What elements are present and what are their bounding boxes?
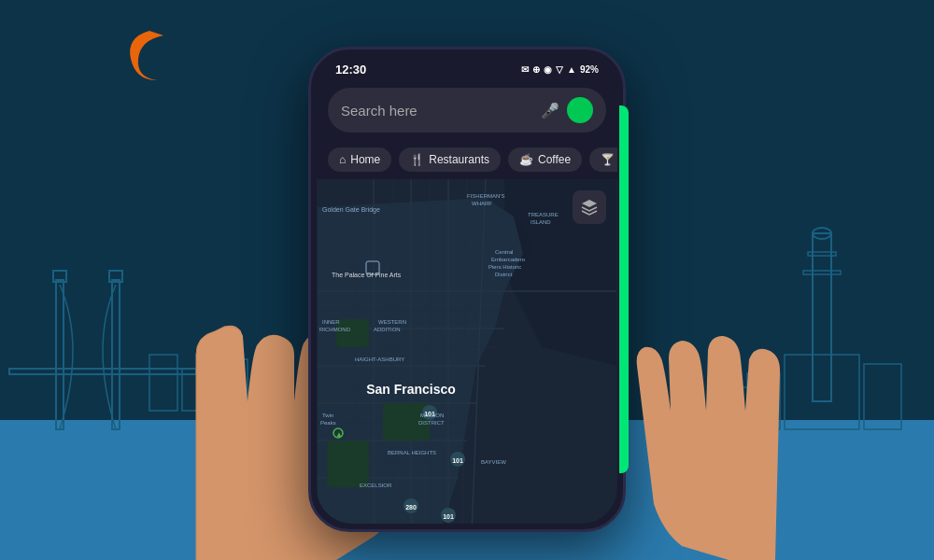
phone-accent	[619, 105, 629, 473]
svg-rect-0	[56, 280, 64, 429]
moon-icon	[121, 26, 182, 87]
bars-icon: 🍸	[601, 153, 615, 166]
search-bar[interactable]: Search here 🎤	[328, 88, 606, 133]
search-placeholder: Search here	[341, 103, 533, 119]
svg-rect-1	[112, 280, 120, 429]
svg-text:FISHERMAN'S: FISHERMAN'S	[467, 193, 504, 199]
svg-text:101: 101	[443, 513, 454, 520]
svg-text:Piers Historic: Piers Historic	[488, 264, 521, 270]
svg-text:ISLAND: ISLAND	[531, 219, 551, 225]
chip-coffee-label: Coffee	[538, 153, 571, 166]
chip-home[interactable]: ⌂ Home	[328, 147, 391, 172]
svg-text:The Palace Of Fine Arts: The Palace Of Fine Arts	[332, 272, 402, 278]
svg-rect-38	[336, 319, 369, 347]
battery-text: 92%	[580, 64, 599, 75]
svg-text:TREASURE: TREASURE	[528, 212, 559, 217]
chip-coffee[interactable]: ☕ Coffee	[508, 147, 582, 172]
coffee-icon: ☕	[519, 153, 533, 166]
svg-text:Central: Central	[495, 249, 513, 255]
svg-text:RICHMOND: RICHMOND	[319, 327, 351, 332]
microphone-icon[interactable]: 🎤	[541, 102, 559, 119]
chip-restaurants-label: Restaurants	[429, 153, 489, 166]
svg-text:Golden Gate Bridge: Golden Gate Bridge	[322, 206, 380, 214]
chip-restaurants[interactable]: 🍴 Restaurants	[399, 147, 501, 172]
svg-text:MISSION: MISSION	[420, 413, 444, 418]
phone: 12:30 ✉ ⊕ ◉ ▽ ▲ 92% Search here 🎤	[308, 47, 626, 532]
svg-rect-16	[864, 364, 901, 429]
wifi-icon: ▽	[556, 64, 563, 75]
svg-text:Peaks: Peaks	[320, 420, 336, 426]
svg-text:INNER: INNER	[322, 319, 340, 325]
right-hand	[635, 261, 822, 560]
svg-text:WESTERN: WESTERN	[378, 319, 406, 325]
svg-text:EXCELSIOR: EXCELSIOR	[360, 483, 392, 488]
vpn-icon: ◉	[544, 64, 552, 75]
chip-bars[interactable]: 🍸 B	[589, 147, 617, 172]
svg-text:District: District	[495, 272, 513, 277]
layers-button[interactable]	[573, 190, 606, 224]
svg-text:280: 280	[405, 504, 417, 511]
svg-text:ADDITION: ADDITION	[374, 327, 401, 332]
status-bar: 12:30 ✉ ⊕ ◉ ▽ ▲ 92%	[317, 55, 617, 80]
layers-icon	[580, 198, 599, 217]
mail-icon: ✉	[521, 64, 529, 75]
signal-icon: ▲	[567, 64, 576, 75]
location-icon: ⊕	[532, 64, 540, 75]
svg-text:101: 101	[452, 457, 463, 464]
restaurant-icon: 🍴	[410, 153, 424, 166]
google-dot	[567, 97, 593, 123]
svg-text:BERNAL HEIGHTS: BERNAL HEIGHTS	[388, 450, 436, 455]
map-view[interactable]: 101 101 280 101 Golden Gate Bridge FISHE…	[317, 179, 617, 524]
chip-home-label: Home	[350, 153, 380, 166]
search-area: Search here 🎤	[317, 80, 617, 140]
phone-frame: 12:30 ✉ ⊕ ◉ ▽ ▲ 92% Search here 🎤	[308, 47, 626, 532]
svg-text:HAIGHT-ASHBURY: HAIGHT-ASHBURY	[355, 357, 404, 362]
category-chips: ⌂ Home 🍴 Restaurants ☕ Coffee 🍸 B	[317, 140, 617, 179]
svg-rect-40	[327, 441, 369, 487]
svg-text:Twin: Twin	[322, 413, 333, 418]
status-icons: ✉ ⊕ ◉ ▽ ▲ 92%	[521, 64, 599, 75]
home-icon: ⌂	[339, 153, 346, 166]
svg-text:DISTRICT: DISTRICT	[418, 420, 445, 426]
status-time: 12:30	[335, 63, 366, 77]
map-svg: 101 101 280 101 Golden Gate Bridge FISHE…	[317, 179, 617, 524]
svg-text:Embarcadero: Embarcadero	[491, 257, 526, 262]
svg-text:▲: ▲	[335, 430, 343, 439]
svg-text:San Francisco: San Francisco	[366, 382, 456, 397]
svg-text:WHARF: WHARF	[472, 201, 492, 206]
phone-screen: 12:30 ✉ ⊕ ◉ ▽ ▲ 92% Search here 🎤	[317, 55, 617, 524]
svg-text:BAYVIEW: BAYVIEW	[481, 459, 506, 465]
